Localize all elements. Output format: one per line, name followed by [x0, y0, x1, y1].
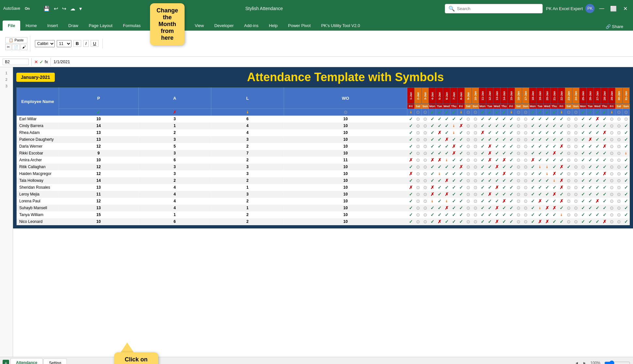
emp-day-cell[interactable]: ⊙ — [472, 184, 479, 191]
emp-day-cell[interactable]: 🌡 — [443, 198, 450, 205]
tab-home[interactable]: Home — [20, 21, 42, 31]
emp-day-cell[interactable]: ✗ — [529, 157, 536, 164]
emp-day-cell[interactable]: ✗ — [486, 150, 493, 157]
emp-day-cell[interactable]: ⊙ — [572, 157, 580, 164]
emp-day-cell[interactable]: ✓ — [594, 157, 601, 164]
emp-day-cell[interactable]: ✗ — [486, 143, 493, 150]
emp-day-cell[interactable]: ✗ — [458, 164, 465, 170]
undo-icon[interactable]: ↩ — [53, 5, 59, 12]
emp-day-cell[interactable]: ✓ — [458, 157, 465, 164]
emp-day-cell[interactable]: ✓ — [594, 143, 601, 150]
emp-day-cell[interactable]: ✓ — [436, 116, 443, 123]
emp-day-cell[interactable]: ⊙ — [515, 205, 522, 211]
emp-day-cell[interactable]: ✓ — [587, 191, 594, 198]
emp-day-cell[interactable]: ⊙ — [608, 136, 615, 143]
month-badge[interactable]: January-2021 — [16, 73, 55, 82]
emp-day-cell[interactable]: ✓ — [558, 116, 565, 123]
emp-day-cell[interactable]: ✓ — [580, 184, 587, 191]
emp-day-cell[interactable]: ✓ — [558, 218, 565, 225]
emp-day-cell[interactable]: ✓ — [429, 136, 436, 143]
emp-day-cell[interactable]: ✓ — [508, 136, 515, 143]
emp-day-cell[interactable]: ✓ — [623, 191, 630, 198]
emp-day-cell[interactable]: ⊙ — [608, 205, 615, 211]
emp-day-cell[interactable]: ✓ — [479, 170, 486, 177]
emp-day-cell[interactable]: ⊙ — [422, 218, 429, 225]
emp-day-cell[interactable]: ⊙ — [414, 129, 422, 136]
emp-day-cell[interactable]: ✓ — [479, 218, 486, 225]
emp-day-cell[interactable]: ⊙ — [615, 164, 623, 170]
emp-day-cell[interactable]: ✓ — [501, 191, 508, 198]
emp-day-cell[interactable]: 🌡 — [623, 150, 630, 157]
emp-day-cell[interactable]: ✓ — [623, 136, 630, 143]
emp-day-cell[interactable]: ✓ — [450, 164, 458, 170]
emp-day-cell[interactable]: ✓ — [536, 170, 544, 177]
emp-day-cell[interactable]: ⊙ — [515, 211, 522, 218]
emp-day-cell[interactable]: ✓ — [443, 218, 450, 225]
emp-day-cell[interactable]: ✓ — [551, 116, 558, 123]
emp-day-cell[interactable]: ✓ — [486, 136, 493, 143]
emp-day-cell[interactable]: ⊙ — [414, 143, 422, 150]
emp-name-cell[interactable]: Ritik Callaghan — [17, 164, 59, 170]
emp-day-cell[interactable]: ✓ — [544, 150, 551, 157]
emp-day-cell[interactable]: ✓ — [508, 150, 515, 157]
tab-developer[interactable]: Developer — [209, 21, 239, 31]
emp-day-cell[interactable]: ⊙ — [608, 150, 615, 157]
emp-day-cell[interactable]: ✗ — [594, 116, 601, 123]
emp-day-cell[interactable]: ✗ — [558, 164, 565, 170]
emp-day-cell[interactable]: ⊙ — [565, 150, 572, 157]
emp-day-cell[interactable]: ✓ — [436, 136, 443, 143]
emp-day-cell[interactable]: ✓ — [450, 198, 458, 205]
copy-btn[interactable]: 📄 — [12, 44, 20, 50]
emp-day-cell[interactable]: ✓ — [544, 198, 551, 205]
emp-day-cell[interactable]: ✗ — [544, 205, 551, 211]
emp-day-cell[interactable]: ✓ — [450, 177, 458, 184]
emp-day-cell[interactable]: ⊙ — [572, 136, 580, 143]
emp-day-cell[interactable]: ✓ — [429, 143, 436, 150]
emp-day-cell[interactable]: ✓ — [479, 205, 486, 211]
emp-day-cell[interactable]: ⊙ — [565, 191, 572, 198]
emp-day-cell[interactable]: ✓ — [601, 150, 608, 157]
emp-day-cell[interactable]: ⊙ — [522, 170, 529, 177]
emp-day-cell[interactable]: ✓ — [443, 164, 450, 170]
emp-day-cell[interactable]: ⊙ — [465, 157, 472, 164]
tab-page-layout[interactable]: Page Layout — [83, 21, 118, 31]
emp-day-cell[interactable]: 🌡 — [551, 177, 558, 184]
emp-day-cell[interactable]: ✓ — [558, 129, 565, 136]
emp-day-cell[interactable]: ✓ — [493, 116, 501, 123]
emp-day-cell[interactable]: ✗ — [493, 184, 501, 191]
emp-day-cell[interactable]: ✓ — [443, 116, 450, 123]
bold-btn[interactable]: B — [73, 40, 81, 47]
emp-day-cell[interactable]: ⊙ — [414, 116, 422, 123]
emp-day-cell[interactable]: ✓ — [486, 170, 493, 177]
emp-day-cell[interactable]: ✓ — [493, 143, 501, 150]
emp-day-cell[interactable]: ✓ — [601, 205, 608, 211]
emp-name-cell[interactable]: Rhea Adam — [17, 129, 59, 136]
emp-day-cell[interactable]: ✗ — [443, 177, 450, 184]
emp-day-cell[interactable]: ✓ — [407, 164, 414, 170]
emp-day-cell[interactable]: ✓ — [558, 157, 565, 164]
emp-day-cell[interactable]: ✓ — [508, 170, 515, 177]
emp-day-cell[interactable]: ✓ — [580, 129, 587, 136]
emp-day-cell[interactable]: ⊙ — [615, 191, 623, 198]
emp-day-cell[interactable]: ✓ — [587, 123, 594, 129]
emp-name-cell[interactable]: Lorena Paul — [17, 198, 59, 205]
tab-insert[interactable]: Insert — [42, 21, 63, 31]
emp-day-cell[interactable]: ✓ — [443, 170, 450, 177]
emp-day-cell[interactable]: ✓ — [580, 143, 587, 150]
emp-day-cell[interactable]: ✓ — [493, 157, 501, 164]
emp-day-cell[interactable]: ✗ — [486, 191, 493, 198]
emp-day-cell[interactable]: ✗ — [450, 143, 458, 150]
emp-day-cell[interactable]: ⊙ — [615, 150, 623, 157]
emp-day-cell[interactable]: ✗ — [436, 157, 443, 164]
emp-day-cell[interactable]: ✓ — [587, 184, 594, 191]
emp-day-cell[interactable]: ✓ — [623, 211, 630, 218]
emp-day-cell[interactable]: ⊙ — [465, 136, 472, 143]
emp-day-cell[interactable]: ✓ — [601, 123, 608, 129]
sheet-tab-attendance[interactable]: Attendance — [10, 358, 43, 364]
emp-day-cell[interactable]: ✓ — [536, 143, 544, 150]
emp-day-cell[interactable]: ⊙ — [522, 129, 529, 136]
emp-day-cell[interactable]: ⊙ — [608, 116, 615, 123]
redo-icon[interactable]: ↪ — [61, 5, 68, 12]
emp-day-cell[interactable]: ✓ — [501, 211, 508, 218]
emp-day-cell[interactable]: ✓ — [486, 164, 493, 170]
